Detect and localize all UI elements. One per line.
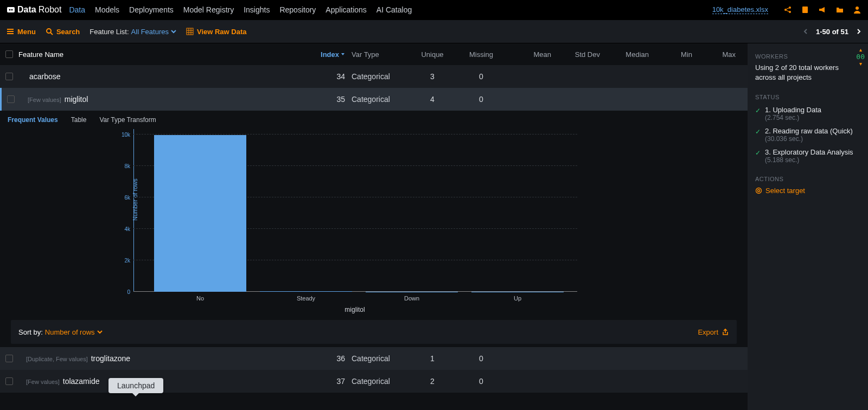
status-sub: (30.036 sec.): [765, 135, 853, 143]
col-stddev[interactable]: Std Dev: [558, 50, 607, 59]
export-label: Export: [698, 328, 718, 336]
status-list: ✓ 1. Uploading Data (2.754 sec.) ✓ 2. Re…: [755, 106, 860, 164]
pager-next[interactable]: [856, 29, 861, 34]
row-vartype: Categorical: [352, 72, 411, 81]
menu-icon: [7, 28, 14, 35]
table-row[interactable]: [Duplicate, Few values]troglitazone 36 C…: [0, 347, 748, 370]
svg-point-11: [758, 190, 760, 192]
x-tick: Down: [404, 295, 419, 302]
expanded-panel: Frequent Values Table Var Type Transform…: [0, 111, 748, 347]
row-checkbox[interactable]: [5, 73, 13, 80]
row-tags: [Few values]: [28, 97, 61, 103]
nav-item-repository[interactable]: Repository: [279, 5, 316, 14]
nav-item-models[interactable]: Models: [95, 5, 119, 14]
megaphone-icon[interactable]: [818, 5, 827, 14]
view-raw-label: View Raw Data: [197, 28, 247, 36]
top-nav: DataRobot Data Models Deployments Model …: [0, 0, 868, 20]
status-item: ✓ 3. Exploratory Data Analysis (5.188 se…: [755, 148, 860, 164]
row-checkbox[interactable]: [7, 95, 15, 103]
row-unique: 2: [411, 377, 460, 386]
workers-stepper: ▴ 00 ▾: [856, 47, 865, 67]
nav-item-model-registry[interactable]: Model Registry: [183, 5, 234, 14]
nav-item-insights[interactable]: Insights: [244, 5, 270, 14]
select-target-link[interactable]: Select target: [755, 187, 860, 195]
col-median[interactable]: Median: [607, 50, 655, 59]
view-raw-data-button[interactable]: View Raw Data: [186, 28, 247, 36]
nav-item-applications[interactable]: Applications: [326, 5, 367, 14]
sort-bar: Sort by: Number of rows Export: [11, 320, 737, 344]
row-checkbox[interactable]: [5, 355, 13, 362]
col-vartype[interactable]: Var Type: [352, 50, 411, 59]
status-title: 1. Uploading Data: [765, 106, 821, 114]
col-missing[interactable]: Missing: [460, 50, 509, 59]
search-button[interactable]: Search: [46, 28, 80, 36]
share-icon[interactable]: [783, 5, 792, 14]
row-name: troglitazone: [91, 354, 130, 363]
content: Feature Name Index Var Type Unique Missi…: [0, 43, 748, 410]
stepper-down-icon[interactable]: ▾: [859, 61, 862, 67]
svg-point-1: [9, 9, 11, 11]
table-row[interactable]: acarbose 34 Categorical 3 0: [0, 65, 748, 88]
row-vartype: Categorical: [352, 377, 411, 386]
logo-icon: [7, 5, 15, 14]
tab-table[interactable]: Table: [71, 116, 87, 124]
status-sub: (5.188 sec.): [765, 156, 853, 164]
row-unique: 4: [411, 95, 460, 104]
row-unique: 3: [411, 72, 460, 81]
y-tick: 0: [116, 289, 130, 295]
user-icon[interactable]: [853, 5, 861, 14]
status-item: ✓ 2. Reading raw data (Quick) (30.036 se…: [755, 127, 860, 143]
col-index[interactable]: Index: [319, 50, 352, 59]
col-unique[interactable]: Unique: [411, 50, 460, 59]
y-tick: 8k: [116, 163, 130, 169]
row-checkbox[interactable]: [5, 377, 13, 385]
export-button[interactable]: Export: [698, 328, 729, 336]
y-tick: 6k: [116, 195, 130, 201]
row-index: 36: [319, 354, 352, 363]
actions-heading: Actions: [755, 176, 860, 182]
y-axis-line: [133, 129, 134, 292]
stepper-up-icon[interactable]: ▴: [859, 47, 862, 53]
row-tags: [Duplicate, Few values]: [26, 356, 88, 362]
feature-list-dropdown[interactable]: All Features: [131, 28, 176, 36]
check-icon: ✓: [755, 128, 761, 136]
x-axis-label: miglitol: [344, 306, 365, 313]
pager-prev[interactable]: [803, 29, 808, 34]
table-header: Feature Name Index Var Type Unique Missi…: [0, 43, 748, 65]
svg-rect-9: [187, 28, 193, 35]
nav-item-ai-catalog[interactable]: AI Catalog: [376, 5, 412, 14]
table-row[interactable]: [Few values]miglitol 35 Categorical 4 0: [0, 88, 748, 111]
pager-range: 1-50 of 51: [816, 28, 848, 36]
col-feature-name[interactable]: Feature Name: [18, 50, 319, 59]
bars: [154, 129, 577, 292]
check-icon: ✓: [755, 107, 761, 114]
select-all-checkbox[interactable]: [5, 50, 13, 58]
book-icon[interactable]: [801, 5, 809, 14]
col-min[interactable]: Min: [655, 50, 699, 59]
col-mean[interactable]: Mean: [509, 50, 558, 59]
row-missing: 0: [460, 72, 509, 81]
svg-point-7: [856, 7, 859, 10]
y-axis-label: Number of rows: [132, 179, 138, 221]
svg-rect-0: [7, 7, 15, 12]
row-vartype: Categorical: [352, 95, 411, 104]
sort-label: Sort by:: [18, 328, 43, 336]
tab-var-type-transform[interactable]: Var Type Transform: [99, 116, 156, 124]
bar-no[interactable]: [154, 135, 246, 292]
sort-dropdown[interactable]: Number of rows: [45, 328, 103, 336]
logo[interactable]: DataRobot: [7, 5, 61, 15]
nav-item-deployments[interactable]: Deployments: [129, 5, 174, 14]
stepper-value: 00: [856, 53, 865, 61]
sort-value: Number of rows: [45, 328, 95, 336]
nav-item-data[interactable]: Data: [69, 5, 85, 14]
bar-steady[interactable]: [260, 291, 352, 292]
top-icons: [783, 5, 861, 14]
tab-frequent-values[interactable]: Frequent Values: [8, 116, 58, 124]
y-tick: 4k: [116, 226, 130, 232]
row-missing: 0: [460, 354, 509, 363]
menu-button[interactable]: Menu: [7, 28, 36, 36]
folder-icon[interactable]: [835, 5, 844, 14]
status-title: 2. Reading raw data (Quick): [765, 127, 853, 135]
project-link[interactable]: 10k_diabetes.xlsx: [712, 5, 768, 14]
col-max[interactable]: Max: [699, 50, 742, 59]
